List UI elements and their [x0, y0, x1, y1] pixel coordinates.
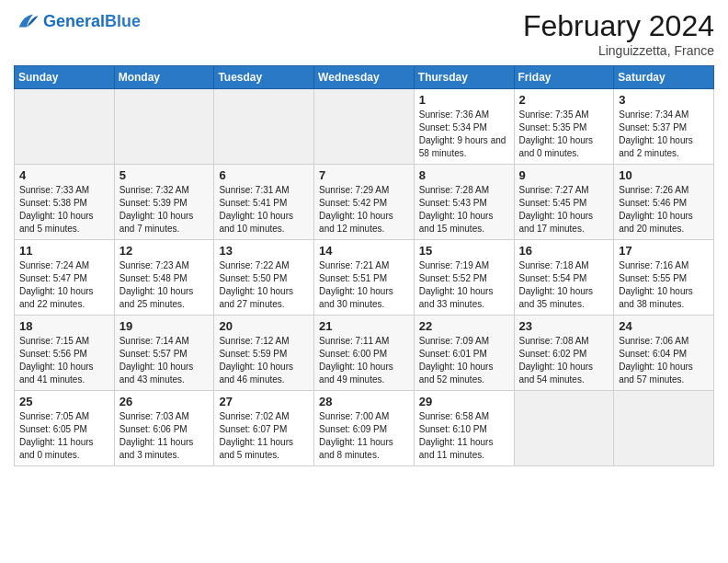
weekday-header: Thursday [414, 66, 514, 89]
calendar-cell [214, 89, 314, 165]
calendar-cell [614, 391, 714, 466]
calendar-cell [314, 89, 415, 165]
calendar-cell: 13Sunrise: 7:22 AM Sunset: 5:50 PM Dayli… [214, 240, 314, 316]
calendar-cell: 10Sunrise: 7:26 AM Sunset: 5:46 PM Dayli… [614, 165, 714, 240]
day-number: 9 [519, 168, 609, 182]
calendar-cell: 19Sunrise: 7:14 AM Sunset: 5:57 PM Dayli… [114, 316, 214, 391]
day-number: 21 [319, 319, 409, 333]
day-number: 20 [219, 319, 309, 333]
day-info: Sunrise: 7:29 AM Sunset: 5:42 PM Dayligh… [319, 184, 409, 236]
weekday-header: Tuesday [214, 66, 314, 89]
day-info: Sunrise: 7:03 AM Sunset: 6:06 PM Dayligh… [119, 410, 210, 462]
day-number: 2 [519, 93, 609, 107]
calendar-cell: 2Sunrise: 7:35 AM Sunset: 5:35 PM Daylig… [514, 89, 614, 165]
day-info: Sunrise: 7:27 AM Sunset: 5:45 PM Dayligh… [519, 184, 609, 236]
calendar-week-row: 1Sunrise: 7:36 AM Sunset: 5:34 PM Daylig… [15, 89, 714, 165]
page-header: GeneralBlue February 2024 Linguizzetta, … [14, 9, 714, 58]
day-info: Sunrise: 6:58 AM Sunset: 6:10 PM Dayligh… [419, 410, 509, 462]
day-info: Sunrise: 7:21 AM Sunset: 5:51 PM Dayligh… [319, 259, 409, 311]
day-info: Sunrise: 7:14 AM Sunset: 5:57 PM Dayligh… [119, 335, 210, 386]
calendar-cell: 21Sunrise: 7:11 AM Sunset: 6:00 PM Dayli… [314, 316, 415, 391]
day-info: Sunrise: 7:34 AM Sunset: 5:37 PM Dayligh… [619, 109, 709, 160]
calendar-cell: 11Sunrise: 7:24 AM Sunset: 5:47 PM Dayli… [15, 240, 115, 316]
calendar-cell: 16Sunrise: 7:18 AM Sunset: 5:54 PM Dayli… [514, 240, 614, 316]
day-info: Sunrise: 7:06 AM Sunset: 6:04 PM Dayligh… [619, 335, 709, 386]
day-info: Sunrise: 7:16 AM Sunset: 5:55 PM Dayligh… [619, 259, 709, 311]
day-number: 23 [519, 319, 609, 333]
day-info: Sunrise: 7:11 AM Sunset: 6:00 PM Dayligh… [319, 335, 409, 386]
day-number: 24 [619, 319, 709, 333]
day-info: Sunrise: 7:35 AM Sunset: 5:35 PM Dayligh… [519, 109, 609, 160]
day-number: 8 [419, 168, 509, 182]
day-info: Sunrise: 7:24 AM Sunset: 5:47 PM Dayligh… [19, 259, 109, 311]
day-number: 16 [519, 244, 609, 258]
day-number: 15 [419, 244, 509, 258]
day-info: Sunrise: 7:28 AM Sunset: 5:43 PM Dayligh… [419, 184, 509, 236]
calendar-cell: 23Sunrise: 7:08 AM Sunset: 6:02 PM Dayli… [514, 316, 614, 391]
calendar-cell: 22Sunrise: 7:09 AM Sunset: 6:01 PM Dayli… [414, 316, 514, 391]
calendar-cell: 24Sunrise: 7:06 AM Sunset: 6:04 PM Dayli… [614, 316, 714, 391]
day-info: Sunrise: 7:00 AM Sunset: 6:09 PM Dayligh… [319, 410, 409, 462]
calendar-week-row: 25Sunrise: 7:05 AM Sunset: 6:05 PM Dayli… [15, 391, 714, 466]
calendar-cell: 3Sunrise: 7:34 AM Sunset: 5:37 PM Daylig… [614, 89, 714, 165]
day-info: Sunrise: 7:36 AM Sunset: 5:34 PM Dayligh… [419, 109, 509, 160]
calendar-table: SundayMondayTuesdayWednesdayThursdayFrid… [14, 65, 714, 466]
day-info: Sunrise: 7:23 AM Sunset: 5:48 PM Dayligh… [119, 259, 210, 311]
calendar-cell [514, 391, 614, 466]
logo-general: General [43, 12, 105, 30]
calendar-cell: 26Sunrise: 7:03 AM Sunset: 6:06 PM Dayli… [114, 391, 214, 466]
calendar-cell: 14Sunrise: 7:21 AM Sunset: 5:51 PM Dayli… [314, 240, 415, 316]
day-info: Sunrise: 7:09 AM Sunset: 6:01 PM Dayligh… [419, 335, 509, 386]
day-number: 5 [119, 168, 210, 182]
weekday-header: Friday [514, 66, 614, 89]
calendar-cell: 28Sunrise: 7:00 AM Sunset: 6:09 PM Dayli… [314, 391, 415, 466]
calendar-cell: 5Sunrise: 7:32 AM Sunset: 5:39 PM Daylig… [114, 165, 214, 240]
day-info: Sunrise: 7:26 AM Sunset: 5:46 PM Dayligh… [619, 184, 709, 236]
calendar-cell [114, 89, 214, 165]
day-number: 11 [19, 244, 109, 258]
weekday-header: Saturday [614, 66, 714, 89]
day-number: 19 [119, 319, 210, 333]
day-number: 22 [419, 319, 509, 333]
day-info: Sunrise: 7:32 AM Sunset: 5:39 PM Dayligh… [119, 184, 210, 236]
day-info: Sunrise: 7:05 AM Sunset: 6:05 PM Dayligh… [19, 410, 109, 462]
calendar-cell: 15Sunrise: 7:19 AM Sunset: 5:52 PM Dayli… [414, 240, 514, 316]
weekday-header-row: SundayMondayTuesdayWednesdayThursdayFrid… [15, 66, 714, 89]
calendar-cell: 12Sunrise: 7:23 AM Sunset: 5:48 PM Dayli… [114, 240, 214, 316]
calendar-cell: 18Sunrise: 7:15 AM Sunset: 5:56 PM Dayli… [15, 316, 115, 391]
logo-text: GeneralBlue [43, 13, 141, 31]
calendar-week-row: 11Sunrise: 7:24 AM Sunset: 5:47 PM Dayli… [15, 240, 714, 316]
logo-blue: Blue [105, 12, 141, 30]
day-number: 3 [619, 93, 709, 107]
day-info: Sunrise: 7:02 AM Sunset: 6:07 PM Dayligh… [219, 410, 309, 462]
title-section: February 2024 Linguizzetta, France [523, 9, 714, 58]
day-number: 12 [119, 244, 210, 258]
calendar-cell: 29Sunrise: 6:58 AM Sunset: 6:10 PM Dayli… [414, 391, 514, 466]
day-info: Sunrise: 7:12 AM Sunset: 5:59 PM Dayligh… [219, 335, 309, 386]
calendar-cell: 7Sunrise: 7:29 AM Sunset: 5:42 PM Daylig… [314, 165, 415, 240]
weekday-header: Sunday [15, 66, 115, 89]
day-number: 28 [319, 395, 409, 408]
calendar-cell: 25Sunrise: 7:05 AM Sunset: 6:05 PM Dayli… [15, 391, 115, 466]
calendar-cell: 4Sunrise: 7:33 AM Sunset: 5:38 PM Daylig… [15, 165, 115, 240]
day-info: Sunrise: 7:15 AM Sunset: 5:56 PM Dayligh… [19, 335, 109, 386]
day-number: 27 [219, 395, 309, 408]
logo-icon [14, 9, 40, 35]
calendar-cell: 27Sunrise: 7:02 AM Sunset: 6:07 PM Dayli… [214, 391, 314, 466]
day-info: Sunrise: 7:18 AM Sunset: 5:54 PM Dayligh… [519, 259, 609, 311]
day-info: Sunrise: 7:08 AM Sunset: 6:02 PM Dayligh… [519, 335, 609, 386]
day-info: Sunrise: 7:19 AM Sunset: 5:52 PM Dayligh… [419, 259, 509, 311]
day-number: 26 [119, 395, 210, 408]
day-number: 25 [19, 395, 109, 408]
calendar-cell: 9Sunrise: 7:27 AM Sunset: 5:45 PM Daylig… [514, 165, 614, 240]
calendar-cell: 8Sunrise: 7:28 AM Sunset: 5:43 PM Daylig… [414, 165, 514, 240]
day-number: 7 [319, 168, 409, 182]
day-number: 13 [219, 244, 309, 258]
calendar-cell: 20Sunrise: 7:12 AM Sunset: 5:59 PM Dayli… [214, 316, 314, 391]
weekday-header: Monday [114, 66, 214, 89]
weekday-header: Wednesday [314, 66, 415, 89]
calendar-cell [15, 89, 115, 165]
day-number: 14 [319, 244, 409, 258]
calendar-week-row: 18Sunrise: 7:15 AM Sunset: 5:56 PM Dayli… [15, 316, 714, 391]
calendar-cell: 6Sunrise: 7:31 AM Sunset: 5:41 PM Daylig… [214, 165, 314, 240]
